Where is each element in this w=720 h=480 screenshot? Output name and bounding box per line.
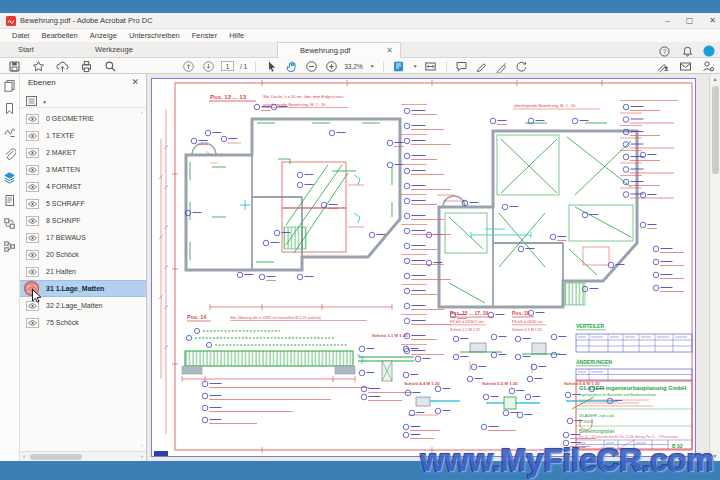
menu-item-bearbeiten[interactable]: Bearbeiten: [36, 31, 84, 40]
layers-options-button[interactable]: ▼: [26, 96, 47, 107]
layer-row[interactable]: 8 SCHNPF: [20, 212, 146, 229]
zoom-in-icon[interactable]: [324, 59, 338, 73]
layer-name: 31 1.Lage_Matten: [46, 285, 104, 292]
email-icon[interactable]: [678, 59, 692, 73]
layers-options-caret-icon: ▼: [42, 99, 47, 105]
sign-certificates-icon[interactable]: [655, 59, 669, 73]
panel-scroll-down-icon[interactable]: ⌄: [140, 441, 144, 447]
share-cloud-icon[interactable]: [55, 59, 69, 73]
page-view-icon[interactable]: [392, 59, 406, 73]
titleblock-company: GLASER ingenieurbauplanung GmbH: [579, 385, 686, 391]
scrollbar-thumb[interactable]: [30, 454, 82, 460]
page-number-input[interactable]: 1: [221, 61, 234, 71]
hand-tool-icon[interactable]: [284, 59, 298, 73]
zoom-caret-icon[interactable]: ▼: [370, 63, 375, 69]
layer-row[interactable]: 20 Schöck: [20, 246, 146, 263]
pos12-title: Pos. 12 ... 13: [210, 94, 247, 100]
user-avatar[interactable]: [703, 45, 715, 57]
menu-item-fenster[interactable]: Fenster: [186, 31, 223, 40]
main-toolbar: 1 / 1 33,2% ▼ ▼: [0, 58, 720, 74]
close-button[interactable]: ✕: [709, 13, 716, 29]
layer-name: 75 Schöck: [46, 319, 79, 326]
pos18-section: Pos. 18 FS b/h = 24/45 cm Schnitt 3-3 M …: [512, 310, 567, 382]
signatures-icon[interactable]: [3, 125, 17, 138]
layer-visibility-eye-icon[interactable]: [26, 114, 39, 124]
layer-visibility-eye-icon[interactable]: [26, 199, 39, 209]
pos18-sub2: Schnitt 3-3 M 1:25: [512, 328, 542, 332]
scroll-left-icon[interactable]: ‹: [23, 453, 25, 459]
help-icon[interactable]: ?: [657, 44, 671, 58]
save-icon[interactable]: [7, 59, 21, 73]
minimize-button[interactable]: –: [665, 13, 669, 29]
page-view-caret-icon[interactable]: ▼: [413, 63, 418, 69]
model-tree-icon[interactable]: [3, 240, 17, 253]
scroll-right-icon[interactable]: ›: [141, 453, 143, 459]
schnitt-4-4-detail: Schnitt 4-4 M 1:25: [403, 381, 460, 439]
layers-panel-close-icon[interactable]: ✕: [131, 77, 139, 87]
tab-document-active[interactable]: Bewehrung.pdf ✕: [277, 42, 401, 58]
next-page-icon[interactable]: [201, 59, 215, 73]
bookmarks-icon[interactable]: [3, 102, 17, 115]
scrollbar-thumb[interactable]: [712, 86, 719, 174]
attachments-paperclip-icon[interactable]: [3, 148, 17, 161]
notifications-bell-icon[interactable]: [680, 44, 694, 58]
user-settings-icon[interactable]: [701, 59, 715, 73]
layer-visibility-eye-icon[interactable]: [26, 216, 39, 226]
tab-bar: Start Werkzeuge Bewehrung.pdf ✕ ?: [0, 42, 720, 58]
comment-icon[interactable]: [455, 59, 469, 73]
layer-visibility-eye-icon[interactable]: [26, 148, 39, 158]
tab-close-icon[interactable]: ✕: [386, 43, 393, 58]
tab-werkzeuge[interactable]: Werkzeuge: [95, 42, 133, 58]
select-tool-icon[interactable]: [264, 59, 278, 73]
layer-row[interactable]: 2 MAKET: [20, 144, 146, 161]
titleblock-software: GLASER -isb cad-: [579, 413, 615, 418]
layer-row[interactable]: 75 Schöck: [20, 314, 146, 331]
pos18-title: Pos. 18: [512, 310, 530, 316]
layer-visibility-eye-icon[interactable]: [26, 267, 39, 277]
tab-start[interactable]: Start: [18, 42, 34, 58]
maximize-button[interactable]: ▢: [686, 13, 694, 29]
content-icon[interactable]: [3, 194, 17, 207]
titleblock-plan-type: Bewehrungsplan: [579, 429, 615, 434]
rebar-list-middle: [401, 105, 451, 355]
layer-visibility-eye-icon[interactable]: [26, 131, 39, 141]
page-thumbnails-icon[interactable]: [3, 79, 17, 92]
send-track-icon[interactable]: [515, 59, 529, 73]
layer-visibility-eye-icon[interactable]: [26, 318, 39, 328]
menu-item-datei[interactable]: Datei: [6, 31, 36, 40]
fill-sign-pen-icon[interactable]: [495, 59, 509, 73]
pdf-page[interactable]: Pos. 12 ... 13 Stb.-Decke, h = 20 cm, üb…: [151, 78, 696, 457]
previous-page-icon[interactable]: [181, 59, 195, 73]
star-favorite-icon[interactable]: [31, 59, 45, 73]
pos15-sub1: FS b/h = 24/36,5 cm: [450, 320, 483, 324]
search-icon[interactable]: [103, 59, 117, 73]
zoom-level-dropdown[interactable]: 33,2%: [344, 63, 362, 70]
layer-row[interactable]: 5 SCHRAFF: [20, 195, 146, 212]
layer-row[interactable]: 4 FORMST: [20, 178, 146, 195]
menu-item-hilfe[interactable]: Hilfe: [223, 31, 250, 40]
panel-horizontal-scrollbar[interactable]: ‹ ›: [20, 451, 146, 461]
layer-visibility-eye-icon[interactable]: [26, 165, 39, 175]
pos15-section: Pos. 15 ... 17, 19 FS b/h = 24/36,5 cm S…: [450, 310, 507, 382]
layer-row[interactable]: 0 GEOMETRIE: [20, 110, 146, 127]
print-icon[interactable]: [79, 59, 93, 73]
layer-visibility-eye-icon[interactable]: [26, 233, 39, 243]
layer-row[interactable]: 1 TEXTE: [20, 127, 146, 144]
layers-icon[interactable]: [3, 171, 17, 184]
pos14-sub: Stb.-Überzug b/h = 24/45 cm herstellen M…: [230, 316, 321, 320]
pencil-annotate-icon[interactable]: [475, 59, 489, 73]
layer-row[interactable]: 17 BEWAUS: [20, 229, 146, 246]
layer-visibility-eye-icon[interactable]: [26, 250, 39, 260]
scroll-up-icon[interactable]: ▲: [710, 76, 720, 82]
menu-item-unterschreiben[interactable]: Unterschreiben: [123, 31, 186, 40]
layer-visibility-eye-icon[interactable]: [26, 182, 39, 192]
schnitt55-label: Schnitt 5-5 M 1:25: [482, 381, 518, 386]
menu-item-anzeige[interactable]: Anzeige: [84, 31, 123, 40]
order-icon[interactable]: [3, 217, 17, 230]
document-vertical-scrollbar[interactable]: ▲ ▼: [709, 74, 720, 461]
layer-row[interactable]: 3 MATTEN: [20, 161, 146, 178]
fit-width-icon[interactable]: [424, 59, 438, 73]
zoom-out-icon[interactable]: [304, 59, 318, 73]
panel-scroll-up-icon[interactable]: ⌃: [140, 111, 144, 117]
layer-row[interactable]: 21 Halfen: [20, 263, 146, 280]
